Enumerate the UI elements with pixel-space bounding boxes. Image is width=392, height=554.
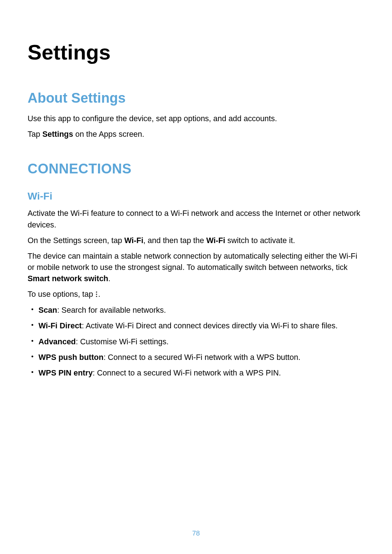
about-tap-text: Tap Settings on the Apps screen.: [28, 129, 364, 140]
option-desc: : Customise Wi-Fi settings.: [76, 337, 169, 346]
more-options-icon: [95, 288, 98, 300]
page-title: Settings: [28, 40, 364, 64]
text-fragment: .: [108, 274, 110, 283]
text-fragment: switch to activate it.: [225, 236, 295, 245]
text-fragment: To use options, tap: [28, 290, 95, 299]
smart-network-switch-bold: Smart network switch: [28, 274, 108, 283]
connections-heading: CONNECTIONS: [28, 161, 364, 177]
option-desc: : Search for available networks.: [57, 306, 166, 315]
text-fragment: , and then tap the: [143, 236, 206, 245]
list-item: WPS push button: Connect to a secured Wi…: [38, 352, 364, 363]
list-item: Scan: Search for available networks.: [38, 305, 364, 316]
page-content: Settings About Settings Use this app to …: [0, 0, 392, 405]
text-fragment: Tap: [28, 130, 42, 139]
option-label: WPS push button: [38, 353, 103, 362]
wifi-desc-3: The device can maintain a stable network…: [28, 251, 364, 285]
svg-point-1: [96, 294, 97, 295]
about-heading: About Settings: [28, 90, 364, 106]
list-item: Wi-Fi Direct: Activate Wi-Fi Direct and …: [38, 320, 364, 332]
page-number: 78: [0, 529, 392, 537]
wifi-options-text: To use options, tap .: [28, 289, 364, 300]
about-intro-text: Use this app to configure the device, se…: [28, 113, 364, 124]
list-item: Advanced: Customise Wi-Fi settings.: [38, 336, 364, 348]
svg-point-2: [96, 296, 97, 297]
wifi-desc-2: On the Settings screen, tap Wi-Fi, and t…: [28, 235, 364, 246]
option-desc: : Connect to a secured Wi-Fi network wit…: [103, 353, 301, 362]
wifi-bold-1: Wi-Fi: [124, 236, 143, 245]
text-fragment: .: [98, 290, 100, 299]
option-label: Scan: [38, 306, 57, 315]
wifi-heading: Wi-Fi: [28, 190, 364, 202]
settings-bold: Settings: [42, 130, 73, 139]
wifi-desc-1: Activate the Wi-Fi feature to connect to…: [28, 208, 364, 230]
list-item: WPS PIN entry: Connect to a secured Wi-F…: [38, 368, 364, 379]
option-label: Wi-Fi Direct: [38, 321, 82, 330]
svg-point-0: [96, 292, 97, 293]
option-label: Advanced: [38, 337, 76, 346]
text-fragment: On the Settings screen, tap: [28, 236, 124, 245]
text-fragment: The device can maintain a stable network…: [28, 252, 357, 272]
wifi-options-list: Scan: Search for available networks. Wi-…: [28, 305, 364, 379]
option-desc: : Connect to a secured Wi-Fi network wit…: [93, 369, 281, 377]
wifi-section: Wi-Fi Activate the Wi-Fi feature to conn…: [28, 190, 364, 379]
wifi-bold-2: Wi-Fi: [206, 236, 225, 245]
option-label: WPS PIN entry: [38, 369, 93, 377]
text-fragment: on the Apps screen.: [73, 130, 144, 139]
option-desc: : Activate Wi-Fi Direct and connect devi…: [82, 321, 338, 330]
